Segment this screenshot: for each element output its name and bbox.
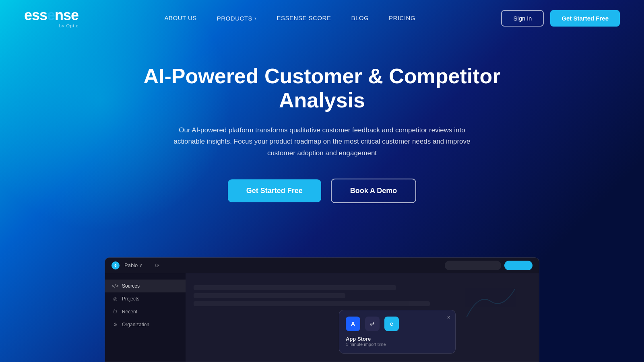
recent-icon: ⏱ — [112, 309, 118, 315]
tab-pill-active — [504, 261, 533, 270]
logo-text: essense — [24, 8, 78, 23]
sidebar-item-organization[interactable]: ⚙ Organization — [105, 318, 186, 331]
modal-icon-arrow: ⇄ — [365, 317, 380, 331]
signin-button[interactable]: Sign in — [501, 10, 544, 27]
hero-section: essense by Öptic ABOUT US PRODUCTS ▾ ESS… — [0, 0, 644, 362]
sources-icon: </> — [112, 283, 118, 289]
history-icon[interactable]: ⟳ — [155, 262, 160, 269]
nav-link-blog[interactable]: BLOG — [351, 14, 369, 21]
modal-icon-e: e — [384, 317, 399, 331]
nav-link-about[interactable]: ABOUT US — [164, 14, 196, 21]
nav-item-essense-score[interactable]: ESSENSE SCORE — [277, 14, 331, 22]
navigation: essense by Öptic ABOUT US PRODUCTS ▾ ESS… — [0, 0, 644, 36]
hero-buttons: Get Started Free Book A Demo — [141, 179, 503, 203]
modal-icon-a: A — [346, 317, 360, 331]
nav-link-pricing[interactable]: PRICING — [389, 14, 415, 21]
nav-link-products[interactable]: PRODUCTS ▾ — [217, 15, 257, 22]
get-started-nav-button[interactable]: Get Started Free — [550, 10, 620, 27]
nav-actions: Sign in Get Started Free — [501, 10, 620, 27]
nav-item-pricing[interactable]: PRICING — [389, 14, 415, 22]
modal-icons-row: A ⇄ e — [346, 317, 449, 331]
modal-app-name: App Store — [346, 336, 449, 342]
workspace-name[interactable]: Pablo ∨ — [124, 262, 142, 268]
chevron-down-icon: ▾ — [254, 16, 257, 21]
nav-item-about[interactable]: ABOUT US — [164, 14, 196, 22]
sidebar-item-projects[interactable]: ◎ Projects — [105, 292, 186, 305]
workspace-chevron-icon: ∨ — [139, 263, 142, 267]
app-main: × A ⇄ e App Store 1 minute import time — [186, 273, 539, 362]
modal-close-button[interactable]: × — [447, 314, 450, 321]
hero-title: AI-Powered Customer & Competitor Analysi… — [141, 64, 503, 113]
logo-subtitle: by Öptic — [24, 23, 78, 28]
logo: essense by Öptic — [24, 8, 78, 28]
hero-subtitle: Our AI-powered platform transforms quali… — [165, 125, 479, 160]
app-preview: e Pablo ∨ ⟳ </> Sources ◎ P — [105, 257, 539, 362]
nav-link-essense-score[interactable]: ESSENSE SCORE — [277, 14, 331, 21]
hero-book-demo-button[interactable]: Book A Demo — [331, 179, 417, 203]
app-body: </> Sources ◎ Projects ⏱ Recent ⚙ Organi… — [105, 273, 539, 362]
nav-item-products[interactable]: PRODUCTS ▾ — [217, 15, 257, 22]
tab-pill-1 — [445, 261, 501, 270]
sidebar-item-sources[interactable]: </> Sources — [105, 280, 186, 292]
app-logo-icon: e — [111, 261, 120, 269]
nav-links: ABOUT US PRODUCTS ▾ ESSENSE SCORE BLOG P… — [164, 14, 415, 22]
modal-popup: × A ⇄ e App Store 1 minute import time — [339, 310, 456, 354]
app-titlebar: e Pablo ∨ ⟳ — [105, 258, 539, 273]
app-sidebar: </> Sources ◎ Projects ⏱ Recent ⚙ Organi… — [105, 273, 186, 362]
modal-import-time: 1 minute import time — [346, 342, 449, 347]
nav-item-blog[interactable]: BLOG — [351, 14, 369, 22]
sidebar-item-recent[interactable]: ⏱ Recent — [105, 305, 186, 318]
organization-icon: ⚙ — [112, 322, 118, 327]
hero-get-started-button[interactable]: Get Started Free — [228, 179, 321, 202]
projects-icon: ◎ — [112, 296, 118, 302]
